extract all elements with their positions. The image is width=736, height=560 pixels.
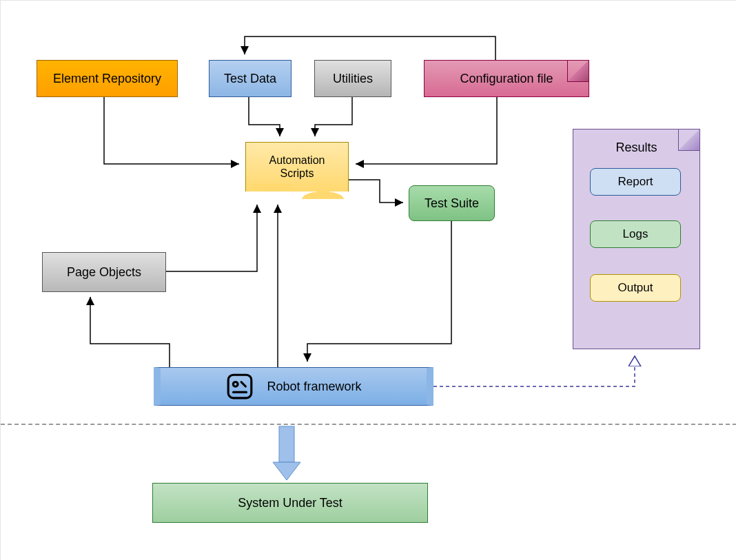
label-report: Report	[617, 175, 653, 189]
node-page-objects: Page Objects	[42, 252, 166, 292]
robot-face-icon	[225, 372, 254, 401]
svg-point-1	[234, 382, 238, 386]
node-element-repository: Element Repository	[37, 60, 178, 97]
page-fold-icon	[678, 129, 699, 151]
edge-config-to-scripts	[356, 97, 497, 164]
edge-utilities-to-scripts	[315, 97, 352, 136]
wavy-bottom-icon	[245, 184, 349, 199]
label-page-objects: Page Objects	[67, 265, 141, 280]
label-logs: Logs	[623, 227, 648, 241]
edge-repo-to-scripts	[104, 97, 239, 164]
label-element-repository: Element Repository	[53, 72, 161, 86]
node-robot-framework: Robot framework	[154, 367, 433, 406]
edge-robot-to-pageobj	[90, 297, 170, 367]
label-output: Output	[617, 281, 653, 295]
node-test-data: Test Data	[209, 60, 292, 97]
results-logs: Logs	[590, 220, 681, 248]
results-output: Output	[590, 274, 681, 302]
label-utilities: Utilities	[333, 72, 373, 86]
node-results: Results Report Logs Output	[573, 129, 700, 349]
svg-rect-0	[229, 375, 252, 398]
node-utilities: Utilities	[314, 60, 391, 97]
label-test-suite: Test Suite	[425, 196, 479, 211]
svg-rect-3	[279, 426, 294, 462]
svg-line-2	[242, 382, 246, 386]
edge-config-to-testdata	[245, 37, 495, 60]
edge-scripts-to-suite	[349, 180, 403, 203]
edge-pageobj-to-scripts	[166, 205, 257, 271]
node-configuration-file: Configuration file	[424, 60, 589, 97]
node-test-suite: Test Suite	[409, 185, 495, 221]
results-report: Report	[590, 168, 681, 196]
edge-robot-to-results	[433, 356, 635, 386]
edge-testdata-to-scripts	[249, 97, 280, 136]
edge-suite-to-robot	[307, 221, 451, 362]
divider	[1, 424, 736, 425]
label-test-data: Test Data	[224, 72, 276, 86]
edge-robot-to-sut	[273, 426, 300, 480]
label-automation-scripts: Automation Scripts	[269, 154, 325, 180]
node-system-under-test: System Under Test	[152, 483, 428, 523]
diagram-canvas: Element Repository Test Data Utilities C…	[0, 0, 736, 560]
label-sut: System Under Test	[238, 496, 343, 510]
label-configuration-file: Configuration file	[460, 72, 553, 86]
node-automation-scripts: Automation Scripts	[245, 142, 349, 191]
label-robot-framework: Robot framework	[267, 380, 361, 394]
page-fold-icon	[567, 61, 589, 82]
